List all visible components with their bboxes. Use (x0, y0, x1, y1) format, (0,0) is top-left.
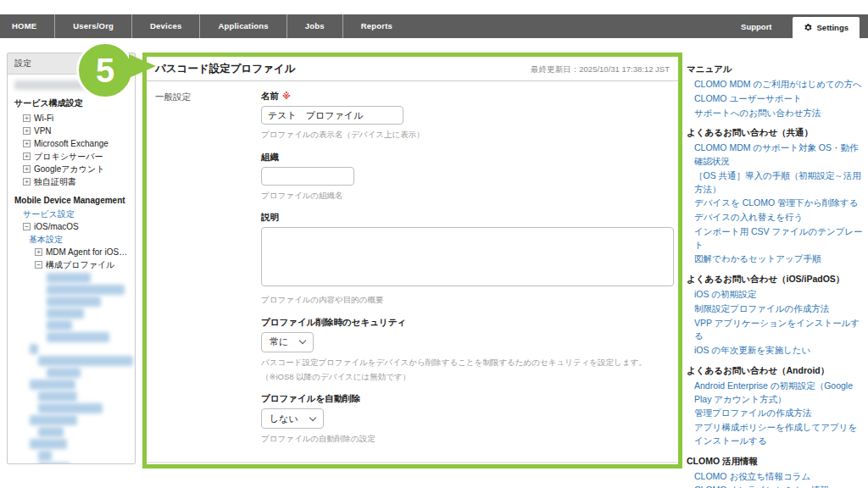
help-link[interactable]: iOS の初期設定 (687, 288, 863, 302)
removal-security-select[interactable]: 常に (261, 332, 314, 352)
help-link[interactable]: CLOMO お役立ち情報コラム (687, 470, 863, 484)
nav-item-jobs[interactable]: Jobs (287, 14, 342, 38)
help-section-title: CLOMO 活用情報 (687, 456, 863, 468)
help-section-title: よくあるお問い合わせ（iOS/iPadOS） (687, 274, 863, 286)
tree-item-label: 独自証明書 (34, 175, 76, 188)
redacted-sidebar-link[interactable] (38, 391, 77, 402)
tree-item-label: 構成プロファイル (46, 258, 114, 271)
passcode-profile-panel: パスコード設定プロファイル 最終更新日：2025/10/31 17:38:12 … (142, 53, 682, 469)
organization-input[interactable] (261, 167, 354, 186)
sidebar-section-service-config: サービス構成設定 (14, 97, 130, 109)
expand-icon[interactable]: + (23, 165, 31, 173)
help-link[interactable]: Android Enterprise の初期設定（Google Play アカウ… (687, 380, 863, 407)
redacted-sidebar-link[interactable] (30, 439, 67, 449)
redacted-sidebar-link[interactable] (38, 451, 52, 461)
redacted-sidebar-link[interactable] (47, 308, 84, 319)
redacted-sidebar-link[interactable] (30, 415, 77, 425)
sidebar-tree-item[interactable]: + VPN (13, 125, 130, 137)
tree-item-label: MDM Agent for iOS設定 (46, 246, 130, 258)
redacted-sidebar-link[interactable] (38, 427, 64, 437)
redacted-sidebar-link[interactable] (47, 297, 101, 307)
section-label-passcode: パスコード設定 (155, 463, 261, 469)
help-link[interactable]: デバイスの入れ替えを行う (687, 211, 863, 225)
auto-remove-select[interactable]: しない (261, 408, 324, 429)
nav-item-users-org[interactable]: Users/Org (54, 14, 131, 38)
redacted-sidebar-link[interactable] (47, 332, 109, 342)
sidebar-tree-item[interactable]: + Microsoft Exchange (13, 137, 130, 150)
nav-item-reports[interactable]: Reports (342, 14, 410, 38)
removal-security-label: プロファイル削除時のセキュリティ (261, 317, 674, 329)
redacted-sidebar-link[interactable] (30, 380, 75, 390)
sidebar-tree-item[interactable]: + MDM Agent for iOS設定 (13, 246, 130, 258)
redacted-sidebar-link[interactable] (47, 368, 81, 378)
description-field-label: 説明 (261, 212, 674, 224)
org-help-text: プロファイルの組織名 (261, 189, 674, 203)
redacted-sidebar-link[interactable] (38, 403, 103, 413)
redacted-sidebar-link[interactable] (47, 273, 91, 283)
help-section-title: よくあるお問い合わせ（Android） (687, 365, 863, 377)
help-link[interactable]: CLOMO オンラインセミナー情報 (687, 484, 863, 488)
help-link[interactable]: デバイスを CLOMO 管理下から削除する (687, 197, 863, 210)
tree-item-label: Wi-Fi (34, 112, 53, 125)
sidebar-tree-item[interactable]: + Wi-Fi (13, 112, 130, 125)
help-section-title: マニュアル (687, 64, 863, 75)
help-links-panel: マニュアル CLOMO MDM のご利用がはじめての方へCLOMO ユーザーサポ… (687, 56, 863, 488)
name-field-label: 名前※ (261, 91, 674, 103)
help-section-title: よくあるお問い合わせ（共通） (687, 127, 863, 139)
auto-remove-value: しない (270, 413, 298, 425)
sidebar-tree-item[interactable]: + 独自証明書 (13, 175, 130, 188)
help-link[interactable]: 図解でわかるセットアップ手順 (687, 252, 863, 266)
help-link[interactable]: 管理プロファイルの作成方法 (687, 407, 863, 420)
help-link[interactable]: アプリ構成ポリシーを作成してアプリをインストールする (687, 421, 863, 448)
nav-item-devices[interactable]: Devices (131, 14, 199, 38)
expand-icon[interactable]: + (23, 152, 31, 160)
expand-icon[interactable]: + (35, 248, 42, 256)
redacted-sidebar-link[interactable] (30, 344, 38, 354)
sidebar-tree-item[interactable]: + Googleアカウント (13, 163, 130, 175)
settings-sidebar: 設定 サービス構成設定 + Wi-Fi + VPN + Microsoft Ex… (7, 53, 136, 464)
sidebar-tree-item[interactable]: − 構成プロファイル (13, 258, 130, 271)
passcode-settings-section: パスコード設定 単純値を許可 パスコードに連続する文字や反復する文字を使用するこ… (147, 463, 678, 469)
service-config-tree: + Wi-Fi + VPN + Microsoft Exchange + プロキ… (13, 112, 130, 188)
help-link[interactable]: CLOMO MDM のサポート対象 OS・動作確認状況 (687, 141, 863, 169)
expand-icon[interactable]: + (23, 127, 31, 135)
help-link[interactable]: 制限設定プロファイルの作成方法 (687, 302, 863, 316)
sidebar-tree-item[interactable]: サービス設定 (13, 208, 130, 220)
auto-remove-help: プロファイルの自動削除の設定 (261, 432, 674, 446)
sidebar-tree-item[interactable]: − iOS/macOS (13, 220, 130, 233)
expand-icon[interactable]: + (23, 140, 31, 147)
tree-item-label: VPN (34, 125, 52, 137)
redacted-sidebar-link[interactable] (38, 356, 133, 366)
redacted-sidebar-link[interactable] (47, 285, 125, 295)
expand-icon[interactable]: + (23, 114, 31, 122)
gear-icon (804, 23, 813, 32)
removal-security-value: 常に (270, 336, 288, 348)
profile-name-input[interactable] (261, 106, 403, 125)
expand-icon[interactable]: + (23, 178, 31, 186)
sidebar-tree-item[interactable]: + プロキシサーバー (13, 150, 130, 163)
help-link[interactable]: VPP アプリケーションをインストールする (687, 317, 863, 344)
section-label-general: 一般設定 (155, 81, 261, 453)
help-link[interactable]: CLOMO ユーザーサポート (687, 92, 863, 106)
nav-item-applications[interactable]: Applications (199, 14, 286, 38)
redacted-sidebar-link[interactable] (47, 320, 72, 330)
mdm-tree: サービス設定 − iOS/macOS 基本設定 + MDM Agent for … (13, 208, 130, 271)
nav-item-home[interactable]: HOME (0, 14, 54, 38)
required-asterisk: ※ (282, 92, 291, 101)
help-link[interactable]: サポートへのお問い合わせ方法 (687, 107, 863, 120)
nav-item-support[interactable]: Support (721, 22, 792, 31)
tab-settings[interactable]: Settings (793, 17, 860, 38)
org-field-label: 組織 (261, 152, 674, 164)
help-link[interactable]: CLOMO MDM のご利用がはじめての方へ (687, 78, 863, 92)
redacted-sidebar-link[interactable] (38, 463, 70, 464)
auto-remove-label: プロファイルを自動削除 (261, 393, 674, 405)
tree-item-label: サービス設定 (23, 208, 75, 220)
chevron-down-icon (299, 337, 306, 344)
expand-icon[interactable]: − (35, 261, 42, 269)
sidebar-tree-item[interactable]: 基本設定 (13, 233, 130, 246)
help-link[interactable]: iOS の年次更新を実施したい (687, 344, 863, 358)
description-textarea[interactable] (261, 227, 674, 286)
help-link[interactable]: ［OS 共通］導入の手順（初期設定～活用方法） (687, 169, 863, 197)
help-link[interactable]: インポート用 CSV ファイルのテンプレート (687, 225, 863, 252)
expand-icon[interactable]: − (23, 223, 31, 230)
